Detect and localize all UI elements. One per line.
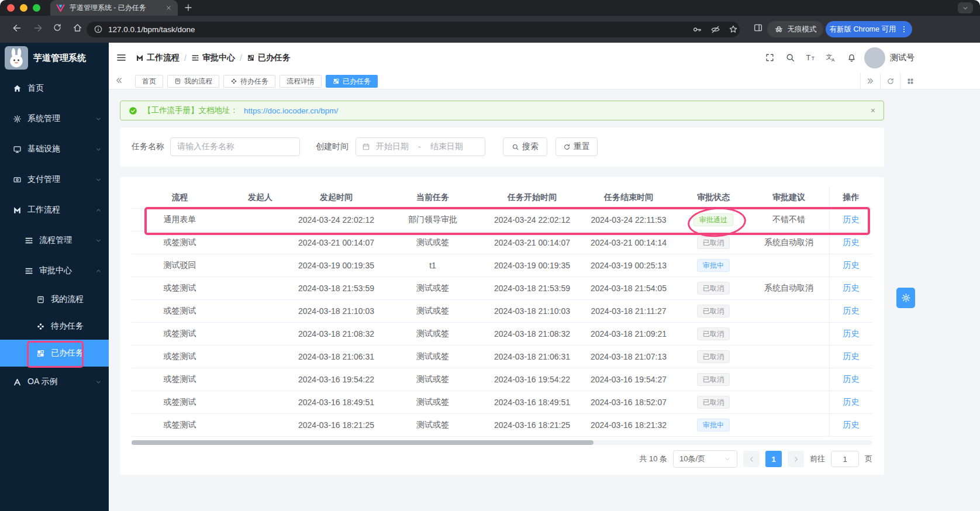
sidebar-item-payment-mgmt[interactable]: 支付管理 [0,164,109,195]
status-cell: 审批中 [678,419,748,431]
goto-page-input[interactable]: 1 [831,451,859,467]
history-link[interactable]: 历史 [843,260,860,271]
status-cell: 已取消 [678,305,748,317]
task-name-input[interactable]: 请输入任务名称 [170,137,300,156]
back-icon[interactable] [12,23,22,33]
date-range-picker[interactable]: 开始日期 - 结束日期 [356,137,485,156]
refresh-tab-icon[interactable] [880,73,900,89]
bookmark-star-icon[interactable] [729,25,739,34]
history-link[interactable]: 历史 [843,237,860,248]
sidebar-item-infrastructure[interactable]: 基础设施 [0,134,109,164]
site-info-icon[interactable] [94,25,103,34]
table-row: 或签测试2024-03-21 00:14:07测试或签2024-03-21 00… [132,232,872,254]
reset-button[interactable]: 重置 [555,137,598,156]
home-icon[interactable] [73,23,83,33]
status-cell: 已取消 [678,282,748,295]
url-bar[interactable]: 127.0.0.1/bpm/task/done [87,22,740,37]
search-icon[interactable] [785,53,796,63]
history-link[interactable]: 历史 [843,374,860,385]
tabs-scroll-left-icon[interactable] [115,76,123,85]
page-1-button[interactable]: 1 [765,451,782,467]
sidebar-item-oa-demo[interactable]: OA 示例 [0,367,109,397]
action-cell: 历史 [829,368,872,391]
theme-settings-gear-icon[interactable] [896,288,915,308]
tab-close-icon[interactable] [165,5,172,11]
breadcrumb-item-approval-center[interactable]: 审批中心 [191,53,235,63]
tab-done-tasks[interactable]: 已办任务 [326,75,378,88]
prev-page-button[interactable] [743,451,760,467]
bell-icon[interactable] [847,53,857,63]
tab-label: 流程详情 [287,77,315,87]
action-cell: 历史 [829,232,872,254]
tab-todo-tasks[interactable]: 待办任务 [223,75,275,88]
doc-banner: 【工作流手册】文档地址： https://doc.iocoder.cn/bpm/… [120,101,884,120]
eye-off-icon[interactable] [710,25,720,34]
sidebar-item-todo-tasks[interactable]: 待办任务 [0,313,109,340]
table-row: 或签测试2024-03-16 18:21:25测试或签2024-03-16 18… [132,414,872,437]
sidebar-item-approval-center[interactable]: 审批中心 [0,255,109,286]
banner-close-icon[interactable]: × [871,106,875,115]
status-badge: 已取消 [697,396,730,409]
macos-minimize-button[interactable] [20,4,27,12]
macos-close-button[interactable] [7,4,15,12]
sidebar-item-process-mgmt[interactable]: 流程管理 [0,225,109,255]
history-link[interactable]: 历史 [843,397,860,408]
table-cell: 2024-03-18 21:10:03 [292,306,380,316]
tab-process-detail[interactable]: 流程详情 [279,75,322,88]
incognito-icon [774,25,784,34]
status-badge: 已取消 [697,282,730,295]
forward-icon[interactable] [33,23,43,33]
breadcrumb-label: 已办任务 [258,53,291,63]
table-cell: 或签测试 [132,351,228,362]
status-cell: 审批通过 [678,213,748,226]
search-button[interactable]: 搜索 [503,137,547,156]
tab-my-process[interactable]: 我的流程 [167,75,219,88]
sidebar-item-workflow[interactable]: 工作流程 [0,195,109,225]
sidebar-item-system-mgmt[interactable]: 系统管理 [0,103,109,134]
macos-zoom-button[interactable] [33,4,40,12]
next-page-button[interactable] [788,451,804,467]
horizontal-scrollbar-thumb[interactable] [132,440,593,445]
table-cell: 2024-03-18 21:10:03 [485,306,579,316]
tab-label: 首页 [142,77,156,87]
table-cell: 2024-03-18 21:06:31 [485,352,579,361]
font-size-icon[interactable]: TT [805,53,816,63]
layout-grid-icon[interactable] [900,73,920,89]
banner-doc-link[interactable]: https://doc.iocoder.cn/bpm/ [244,106,338,115]
history-link[interactable]: 历史 [843,329,860,339]
breadcrumb-item-done-tasks[interactable]: 已办任务 [247,53,291,63]
user-avatar[interactable] [864,47,885,68]
fullscreen-icon[interactable] [765,53,775,63]
page-size-select[interactable]: 10条/页 [673,450,737,468]
collapse-menu-icon[interactable] [116,52,127,63]
history-link[interactable]: 历史 [843,283,860,294]
browser-tab[interactable]: 芋道管理系统 - 已办任务 [50,0,178,16]
reload-icon[interactable] [53,23,63,33]
app-logo[interactable]: 芋道管理系统 [0,43,109,73]
column-header: 发起人 [228,192,292,203]
history-link[interactable]: 历史 [843,420,860,430]
svg-text:T: T [806,53,811,62]
breadcrumb-item-workflow[interactable]: 工作流程 [136,53,180,63]
sidebar-item-label: 基础设施 [27,144,60,154]
incognito-badge: 无痕模式 [767,21,823,37]
table-cell: 2024-03-18 21:09:21 [579,329,678,339]
sidebar-item-done-tasks[interactable]: 已办任务 [0,340,109,367]
sidebar-item-home[interactable]: 首页 [0,73,109,103]
tabs-scroll-right-icon[interactable] [860,73,880,89]
table-cell: 2024-03-21 00:14:07 [292,238,380,247]
translate-icon[interactable]: 文A [826,53,836,63]
history-link[interactable]: 历史 [843,215,860,225]
side-panel-icon[interactable] [753,23,764,33]
tab-search-icon[interactable] [958,2,973,13]
column-header: 任务开始时间 [485,192,579,203]
new-tab-icon[interactable] [184,3,193,12]
password-key-icon[interactable] [692,25,702,34]
history-link[interactable]: 历史 [843,351,860,362]
browser-menu-icon[interactable] [900,25,908,33]
puzzle-icon [230,78,237,85]
sidebar-item-my-process[interactable]: 我的流程 [0,286,109,313]
tab-home[interactable]: 首页 [135,75,163,88]
chrome-update-button[interactable]: 有新版 Chrome 可用 [826,21,912,37]
history-link[interactable]: 历史 [843,306,860,316]
